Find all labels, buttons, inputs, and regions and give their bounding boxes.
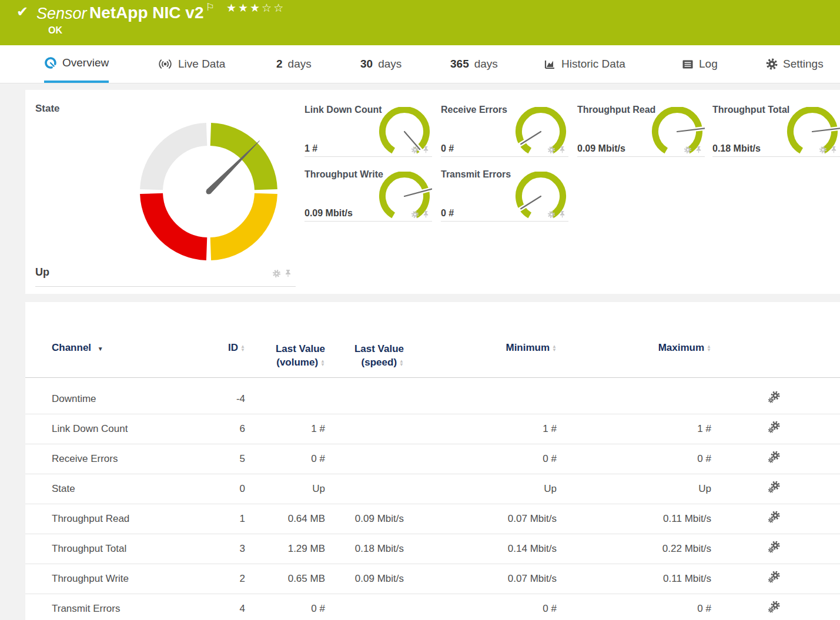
gear-icon[interactable] <box>547 210 555 219</box>
pin-icon[interactable] <box>422 210 430 218</box>
column-header-channel[interactable]: Channel ▼ <box>25 342 219 354</box>
gauge-actions <box>684 146 702 154</box>
channel-id: -4 <box>219 393 245 405</box>
gauge-cell-throughput-total: Throughput Total 0.18 Mbit/s <box>712 103 840 157</box>
broadcast-icon <box>158 58 173 70</box>
last-value-volume: 1.29 MB <box>245 543 325 555</box>
state-gauge-value: Up <box>35 266 49 279</box>
gauge-title: Throughput Total <box>712 105 789 115</box>
maximum-value: 0.11 Mbit/s <box>557 513 711 525</box>
stars-empty[interactable]: ☆☆ <box>262 2 285 14</box>
channel-settings-gears-icon[interactable] <box>768 391 781 407</box>
state-gauge-cell: State Up <box>25 90 296 294</box>
pin-icon[interactable] <box>558 146 566 153</box>
tab-2-days[interactable]: 2 days <box>276 45 312 83</box>
tab-label: days <box>288 58 312 71</box>
stars-filled[interactable]: ★★★ <box>226 2 262 14</box>
column-header-last-value-speed[interactable]: Last Value(speed)▲▼ <box>325 342 404 369</box>
log-icon <box>682 59 694 69</box>
priority-stars[interactable]: ★★★☆☆ <box>226 1 285 15</box>
gear-icon[interactable] <box>819 146 827 154</box>
column-header-id[interactable]: ID▲▼ <box>219 342 245 354</box>
last-value-volume: 0 # <box>245 603 325 615</box>
tab-log[interactable]: Log <box>682 45 718 83</box>
gear-icon[interactable] <box>411 146 419 154</box>
tab-historic-data[interactable]: Historic Data <box>544 45 625 83</box>
channel-settings-gears-icon[interactable] <box>768 481 781 497</box>
sensor-title: NetApp NIC v2 <box>89 4 203 22</box>
pin-icon[interactable] <box>284 269 292 277</box>
gauge-cell-receive-errors: Receive Errors 0 # <box>441 103 568 157</box>
tab-365-days[interactable]: 365 days <box>450 45 498 83</box>
pin-icon[interactable] <box>695 146 702 153</box>
channel-name: Throughput Read <box>25 513 219 525</box>
column-header-label: Minimum <box>506 342 550 353</box>
gauge-value: 1 # <box>304 143 317 154</box>
tab-settings[interactable]: Settings <box>766 45 824 83</box>
table-row-throughput-read: Throughput Read 1 0.64 MB 0.09 Mbit/s 0.… <box>25 504 840 534</box>
priority-flag-icon[interactable]: ⚐ <box>206 1 215 14</box>
area-chart-icon <box>544 59 556 70</box>
channel-settings-gears-icon[interactable] <box>768 511 781 527</box>
gauge-actions <box>411 210 430 219</box>
channels-table: Channel ▼ ID▲▼ Last Value(volume)▲▼ Last… <box>25 342 840 620</box>
table-row-transmit-errors: Transmit Errors 4 0 # 0 # 0 # <box>25 594 840 620</box>
channel-id: 4 <box>219 603 245 615</box>
gauge-value: 0 # <box>441 208 454 219</box>
gauge-cell-link-down-count: Link Down Count 1 # <box>304 103 432 157</box>
gauge-value: 0.18 Mbit/s <box>712 143 761 154</box>
sort-icon: ▲▼ <box>399 360 404 367</box>
object-kind-label: Sensor <box>36 5 87 23</box>
channel-name: State <box>25 483 219 495</box>
sensor-status-text: OK <box>48 25 62 36</box>
tab-number: 365 <box>450 58 469 71</box>
gear-icon[interactable] <box>684 146 692 154</box>
sort-icon: ▲▼ <box>320 360 325 367</box>
channel-settings-gears-icon[interactable] <box>768 541 781 557</box>
gauge-actions <box>547 146 566 154</box>
channel-id: 3 <box>219 543 245 555</box>
gauge-title: Throughput Write <box>304 169 383 180</box>
cell-divider <box>35 286 296 287</box>
gauge-value: 0.09 Mbit/s <box>304 208 353 219</box>
maximum-value: 0 # <box>557 603 711 615</box>
column-header-minimum[interactable]: Minimum▲▼ <box>404 342 557 354</box>
maximum-value: 0.22 Mbit/s <box>557 543 711 555</box>
tab-label: days <box>378 58 401 71</box>
channel-name: Link Down Count <box>25 423 219 435</box>
gauge-title: Link Down Count <box>304 105 382 115</box>
pin-icon[interactable] <box>422 146 430 153</box>
column-header-maximum[interactable]: Maximum▲▼ <box>557 342 711 354</box>
state-gauge-actions <box>272 269 292 278</box>
tab-30-days[interactable]: 30 days <box>360 45 401 83</box>
tab-label: days <box>474 58 498 71</box>
channel-id: 0 <box>219 483 245 495</box>
channel-settings-gears-icon[interactable] <box>768 571 781 587</box>
gear-icon[interactable] <box>272 269 281 278</box>
channel-settings-gears-icon[interactable] <box>768 601 781 617</box>
channel-name: Transmit Errors <box>25 603 219 615</box>
last-value-speed: 0.09 Mbit/s <box>325 573 404 585</box>
minimum-value: 0.14 Mbit/s <box>404 543 557 555</box>
channel-id: 2 <box>219 573 245 585</box>
column-header-last-value-volume[interactable]: Last Value(volume)▲▼ <box>245 342 325 369</box>
tab-overview[interactable]: Overview <box>44 45 109 83</box>
sort-desc-icon: ▼ <box>98 346 103 352</box>
gear-icon[interactable] <box>411 210 419 219</box>
tab-live-data[interactable]: Live Data <box>158 45 225 83</box>
gear-icon[interactable] <box>547 146 555 154</box>
column-header-label: Maximum <box>658 342 704 353</box>
tab-number: 30 <box>360 58 373 71</box>
channel-name: Throughput Write <box>25 573 219 585</box>
last-value-volume: 0.65 MB <box>245 573 325 585</box>
minimum-value: 0.07 Mbit/s <box>404 513 557 525</box>
pin-icon[interactable] <box>830 146 838 153</box>
channel-settings-gears-icon[interactable] <box>768 421 781 437</box>
table-row-throughput-total: Throughput Total 3 1.29 MB 0.18 Mbit/s 0… <box>25 534 840 564</box>
table-body: Downtime -4 Link Down Count 6 1 # 1 # <box>25 384 840 620</box>
pin-icon[interactable] <box>558 210 566 218</box>
channel-settings-gears-icon[interactable] <box>768 451 781 467</box>
column-header-label: Last Value <box>276 342 325 356</box>
tab-bar: Overview Live Data 2 days 30 days 365 da… <box>0 45 840 83</box>
status-ok-check-icon: ✔ <box>16 4 28 20</box>
